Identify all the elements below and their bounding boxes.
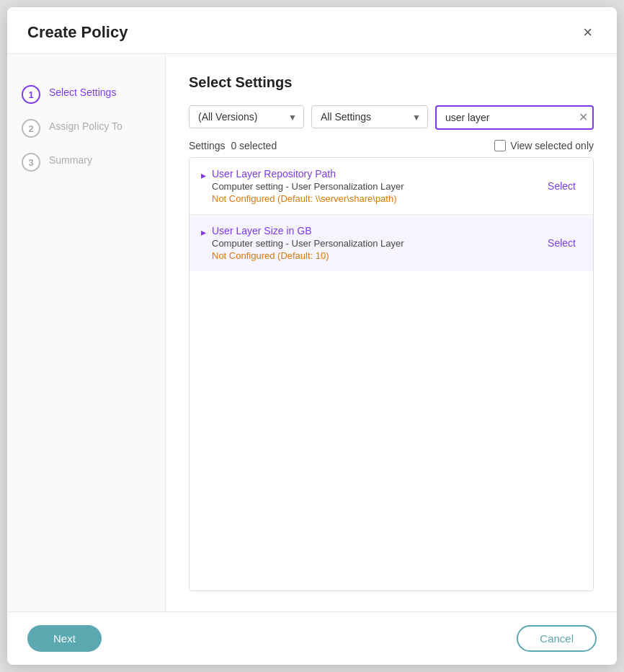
- close-button[interactable]: ×: [579, 23, 597, 42]
- settings-table: ▸ User Layer Repository Path Computer se…: [189, 157, 594, 591]
- expand-icon-2[interactable]: ▸: [201, 226, 206, 238]
- setting-info-1: User Layer Repository Path Computer sett…: [212, 168, 404, 204]
- expand-icon-1[interactable]: ▸: [201, 169, 206, 181]
- create-policy-dialog: Create Policy × 1 Select Settings 2 Assi…: [7, 7, 617, 665]
- step-circle-1: 1: [22, 85, 40, 104]
- setting-name-2: User Layer Size in GB: [212, 225, 404, 236]
- dialog-header: Create Policy ×: [7, 7, 617, 54]
- search-input[interactable]: [435, 105, 594, 130]
- setting-default-2: Not Configured (Default: 10): [212, 250, 404, 261]
- setting-category-2: Computer setting - User Personalization …: [212, 238, 404, 249]
- table-row: ▸ User Layer Repository Path Computer se…: [190, 158, 593, 215]
- version-select-wrapper: (All Versions)Version 1Version 2 ▼: [189, 105, 304, 130]
- dialog-footer: Next Cancel: [7, 611, 617, 665]
- dialog-title: Create Policy: [27, 23, 128, 42]
- step-circle-2: 2: [22, 119, 40, 138]
- filters-row: (All Versions)Version 1Version 2 ▼ All S…: [189, 105, 594, 130]
- select-button-1[interactable]: Select: [542, 177, 581, 195]
- step-label-summary: Summary: [49, 152, 92, 166]
- step-circle-3: 3: [22, 153, 40, 172]
- settings-count: Settings 0 selected: [189, 140, 277, 151]
- section-title: Select Settings: [189, 74, 594, 91]
- view-selected-label[interactable]: View selected only: [494, 140, 594, 151]
- main-content: Select Settings (All Versions)Version 1V…: [166, 54, 617, 611]
- version-dropdown[interactable]: (All Versions)Version 1Version 2: [189, 105, 304, 128]
- cancel-button[interactable]: Cancel: [517, 625, 597, 652]
- sidebar-item-summary[interactable]: 3 Summary: [7, 145, 165, 179]
- setting-left-2: ▸ User Layer Size in GB Computer setting…: [201, 225, 542, 261]
- step-label-assign-policy: Assign Policy To: [49, 118, 122, 132]
- settings-dropdown[interactable]: All SettingsComputer SettingsUser Settin…: [311, 105, 428, 128]
- table-row: ▸ User Layer Size in GB Computer setting…: [190, 215, 593, 271]
- sidebar: 1 Select Settings 2 Assign Policy To 3 S…: [7, 54, 166, 611]
- search-input-wrapper: ✕: [435, 105, 594, 130]
- setting-default-1: Not Configured (Default: \\server\share\…: [212, 193, 404, 204]
- next-button[interactable]: Next: [27, 625, 102, 652]
- view-selected-checkbox[interactable]: [494, 140, 506, 151]
- setting-name-1: User Layer Repository Path: [212, 168, 404, 180]
- sidebar-item-assign-policy[interactable]: 2 Assign Policy To: [7, 111, 165, 145]
- settings-count-row: Settings 0 selected View selected only: [189, 140, 594, 151]
- select-button-2[interactable]: Select: [542, 234, 581, 252]
- setting-category-1: Computer setting - User Personalization …: [212, 181, 404, 192]
- dialog-body: 1 Select Settings 2 Assign Policy To 3 S…: [7, 54, 617, 611]
- setting-left-1: ▸ User Layer Repository Path Computer se…: [201, 168, 542, 204]
- settings-select-wrapper: All SettingsComputer SettingsUser Settin…: [311, 105, 428, 130]
- search-clear-button[interactable]: ✕: [579, 112, 588, 123]
- step-label-select-settings: Select Settings: [49, 84, 116, 98]
- sidebar-item-select-settings[interactable]: 1 Select Settings: [7, 77, 165, 111]
- setting-info-2: User Layer Size in GB Computer setting -…: [212, 225, 404, 261]
